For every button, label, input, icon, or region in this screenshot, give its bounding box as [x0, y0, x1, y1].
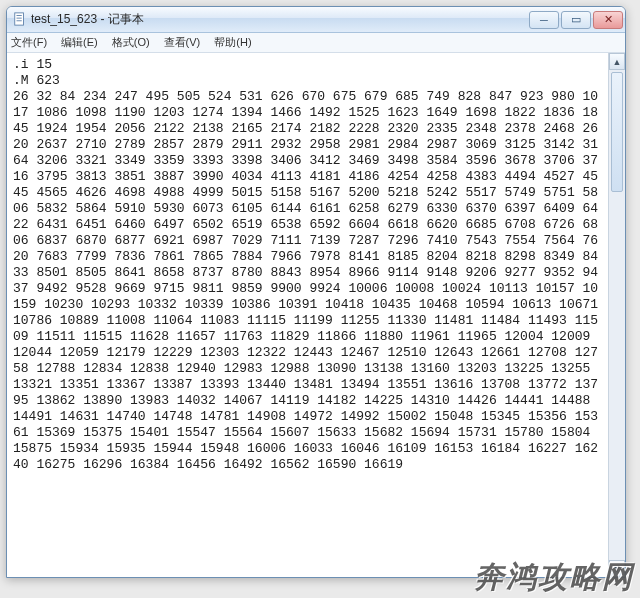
- svg-rect-0: [15, 12, 24, 24]
- menu-view[interactable]: 查看(V): [164, 35, 201, 50]
- watermark: 奔鸿攻略网: [474, 557, 634, 594]
- menu-file[interactable]: 文件(F): [11, 35, 47, 50]
- text-area[interactable]: .i 15 .M 623 26 32 84 234 247 495 505 52…: [7, 53, 608, 577]
- menu-format[interactable]: 格式(O): [112, 35, 150, 50]
- scroll-up-button[interactable]: ▲: [609, 53, 625, 70]
- titlebar[interactable]: test_15_623 - 记事本 ─ ▭ ✕: [7, 7, 625, 33]
- notepad-icon: [13, 12, 27, 28]
- window-title: test_15_623 - 记事本: [31, 11, 527, 28]
- notepad-window: test_15_623 - 记事本 ─ ▭ ✕ 文件(F) 编辑(E) 格式(O…: [6, 6, 626, 578]
- vertical-scrollbar[interactable]: ▲ ▼: [608, 53, 625, 577]
- scroll-track[interactable]: [609, 70, 625, 560]
- doc-m-line: .M 623: [13, 73, 60, 88]
- client-area: .i 15 .M 623 26 32 84 234 247 495 505 52…: [7, 53, 625, 577]
- menu-bar: 文件(F) 编辑(E) 格式(O) 查看(V) 帮助(H): [7, 33, 625, 53]
- doc-i-line: .i 15: [13, 57, 52, 72]
- minimize-button[interactable]: ─: [529, 11, 559, 29]
- watermark-text: 奔鸿攻略网: [474, 557, 634, 598]
- maximize-button[interactable]: ▭: [561, 11, 591, 29]
- menu-help[interactable]: 帮助(H): [214, 35, 251, 50]
- close-button[interactable]: ✕: [593, 11, 623, 29]
- doc-numbers: 26 32 84 234 247 495 505 524 531 626 670…: [13, 89, 606, 472]
- menu-edit[interactable]: 编辑(E): [61, 35, 98, 50]
- scroll-thumb[interactable]: [611, 72, 623, 192]
